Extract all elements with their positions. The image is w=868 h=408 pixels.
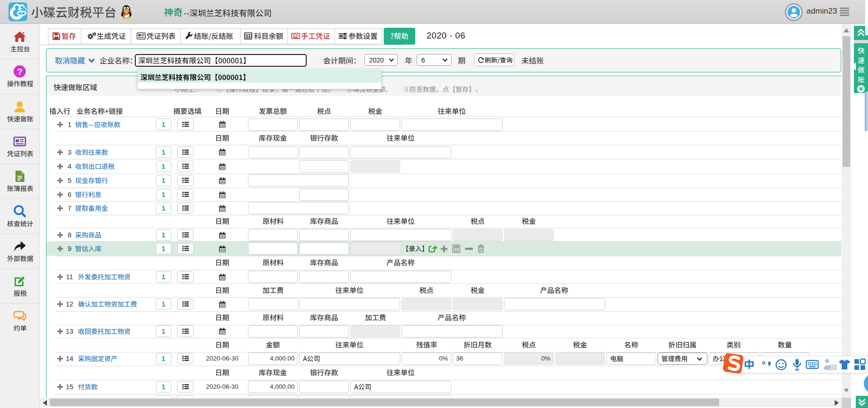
svg-text:15: 15 xyxy=(830,365,836,370)
svg-text:?: ? xyxy=(17,67,23,77)
